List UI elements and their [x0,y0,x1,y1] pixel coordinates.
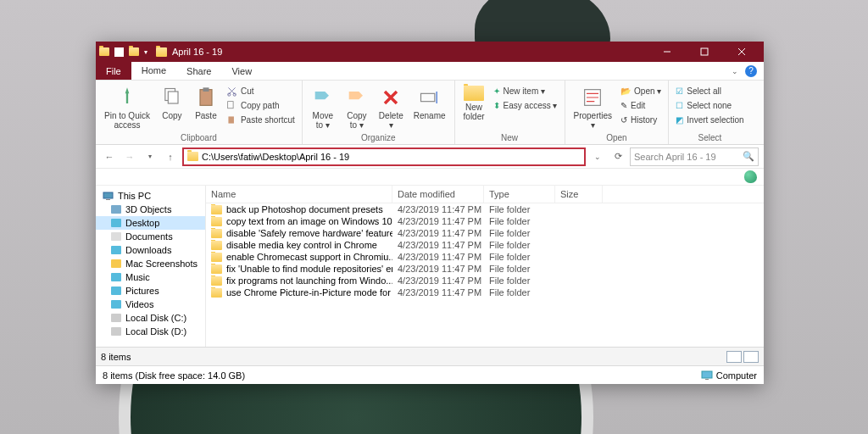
col-date[interactable]: Date modified [392,186,484,203]
qat-newfolder-icon[interactable] [129,47,139,56]
folder-icon [156,47,167,57]
col-type[interactable]: Type [484,186,555,203]
share-tab[interactable]: Share [176,62,221,80]
recent-dropdown[interactable]: ▾ [142,148,159,165]
refresh-button[interactable]: ⟳ [609,148,626,165]
col-name[interactable]: Name [206,186,392,203]
nav-item-documents[interactable]: Documents [96,230,205,243]
select-none-button[interactable]: ☐Select none [674,98,745,112]
file-row[interactable]: enable Chromecast support in Chromiu...4… [206,251,764,263]
rename-button[interactable]: Rename [410,84,449,132]
pin-quickaccess-button[interactable]: Pin to Quick access [101,84,153,132]
column-headers[interactable]: Name Date modified Type Size [206,186,764,203]
ribbon: Pin to Quick access Copy Paste Cut Copy … [96,81,764,145]
footer-computer[interactable]: Computer [701,370,757,381]
ribbon-select: ☑Select all ☐Select none ◩Invert selecti… [669,81,750,144]
minimize-button[interactable] [648,42,686,62]
file-row[interactable]: fix 'Unable to find module repositories'… [206,263,764,275]
home-tab[interactable]: Home [131,62,176,80]
address-bar: ← → ▾ ↑ C:\Users\fatiw\Desktop\April 16 … [96,145,764,169]
history-button[interactable]: ↺History [619,113,663,126]
qat-dropdown-icon[interactable]: ▾ [144,48,147,56]
navigation-pane[interactable]: This PC 3D ObjectsDesktopDocumentsDownlo… [96,186,206,347]
paste-button[interactable]: Paste [191,84,221,132]
file-row[interactable]: copy text from an image on Windows 104/2… [206,215,764,227]
search-input[interactable]: Search April 16 - 19 🔍 [630,147,759,166]
ribbon-expand-icon[interactable]: ⌄ [732,67,738,75]
col-size[interactable]: Size [555,186,603,203]
new-folder-button[interactable]: New folder [460,84,488,132]
nav-item-mac-screenshots[interactable]: Mac Screenshots [96,257,205,270]
ribbon-clipboard: Pin to Quick access Copy Paste Cut Copy … [96,81,303,144]
nav-item-3d-objects[interactable]: 3D Objects [96,203,205,216]
help-icon[interactable]: ? [745,65,757,77]
address-input[interactable]: C:\Users\fatiw\Desktop\April 16 - 19 [182,147,586,166]
forward-button[interactable]: → [121,148,138,165]
maximize-button[interactable] [686,42,723,62]
toolbar-strip [96,169,764,186]
title-bar[interactable]: ▾ April 16 - 19 [96,42,764,62]
properties-button[interactable]: Properties ▾ [570,84,616,132]
view-tab[interactable]: View [221,62,262,80]
folder-icon [187,152,198,161]
nav-item-videos[interactable]: Videos [96,298,205,311]
svg-rect-16 [106,199,110,200]
address-path: C:\Users\fatiw\Desktop\April 16 - 19 [202,152,349,162]
footer-bar: 8 items (Disk free space: 14.0 GB) Compu… [96,365,764,384]
file-row[interactable]: back up Photoshop document presets4/23/2… [206,203,764,215]
file-row[interactable]: fix programs not launching from Windo...… [206,275,764,287]
nav-item-local-disk-d-[interactable]: Local Disk (D:) [96,325,205,338]
file-row[interactable]: disable media key control in Chrome4/23/… [206,239,764,251]
svg-rect-17 [702,371,712,378]
delete-button[interactable]: Delete ▾ [376,84,407,132]
address-dropdown[interactable]: ⌄ [589,148,606,165]
svg-rect-11 [228,116,234,123]
cut-button[interactable]: Cut [225,84,297,97]
nav-item-desktop[interactable]: Desktop [96,216,205,230]
back-button[interactable]: ← [101,148,118,165]
ribbon-tabs: File Home Share View ⌄ ? [96,62,764,81]
footer-text: 8 items (Disk free space: 14.0 GB) [103,370,245,381]
explorer-icon [99,47,109,56]
window-title: April 16 - 19 [172,47,222,57]
copy-path-button[interactable]: Copy path [225,98,297,112]
content-area: This PC 3D ObjectsDesktopDocumentsDownlo… [96,186,764,347]
qat-properties-icon[interactable] [114,47,124,57]
copy-button[interactable]: Copy [157,84,187,132]
svg-rect-7 [203,87,209,92]
svg-rect-5 [168,92,178,103]
new-item-button[interactable]: ✦New item ▾ [492,84,559,97]
edit-button[interactable]: ✎Edit [619,98,663,112]
file-row[interactable]: disable 'Safely remove hardware' feature… [206,227,764,239]
nav-this-pc[interactable]: This PC [96,189,205,203]
shell-extension-icon[interactable] [744,170,757,183]
copy-to-button[interactable]: Copy to ▾ [342,84,372,132]
svg-rect-12 [420,93,434,101]
file-tab[interactable]: File [96,62,131,80]
details-view-button[interactable] [726,351,742,363]
nav-item-pictures[interactable]: Pictures [96,284,205,298]
nav-item-local-disk-c-[interactable]: Local Disk (C:) [96,311,205,325]
open-button[interactable]: 📂Open ▾ [619,84,663,97]
svg-rect-1 [701,48,708,55]
ribbon-organize: Move to ▾ Copy to ▾ Delete ▾ Rename Orga… [303,81,455,144]
file-row[interactable]: use Chrome Picture-in-Picture mode for .… [206,287,764,298]
invert-selection-button[interactable]: ◩Invert selection [674,113,745,126]
ribbon-open: Properties ▾ 📂Open ▾ ✎Edit ↺History Open [565,81,670,144]
svg-rect-10 [228,101,234,108]
select-all-button[interactable]: ☑Select all [674,84,745,97]
svg-rect-15 [103,192,113,198]
up-button[interactable]: ↑ [162,148,179,165]
easy-access-button[interactable]: ⬍Easy access ▾ [492,98,559,112]
item-count: 8 items [101,352,131,362]
explorer-window: ▾ April 16 - 19 File Home Share View ⌄ ?… [96,42,764,384]
file-list[interactable]: Name Date modified Type Size back up Pho… [206,186,764,347]
close-button[interactable] [723,42,760,62]
search-icon: 🔍 [743,151,754,162]
move-to-button[interactable]: Move to ▾ [308,84,338,132]
nav-item-downloads[interactable]: Downloads [96,243,205,257]
thumbnails-view-button[interactable] [743,351,759,363]
nav-item-music[interactable]: Music [96,270,205,284]
paste-shortcut-button[interactable]: Paste shortcut [225,113,297,126]
search-placeholder: Search April 16 - 19 [634,152,743,162]
